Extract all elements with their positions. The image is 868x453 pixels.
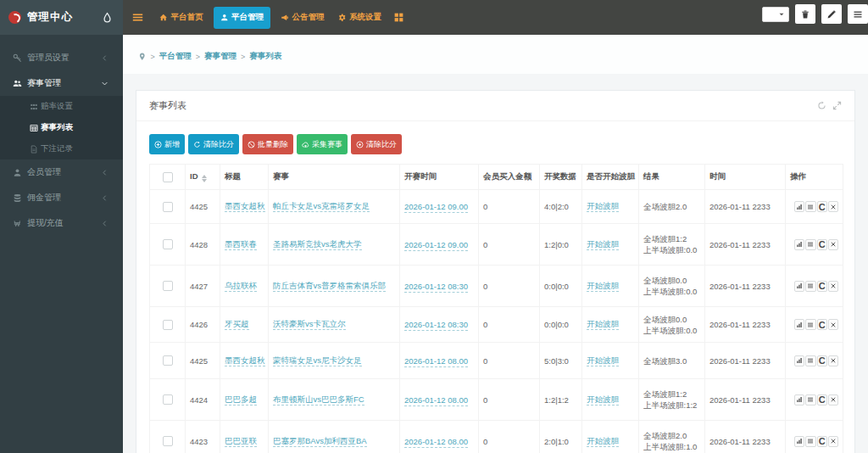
cell-start-time-link[interactable]: 2026-01-12 08.00 xyxy=(404,395,468,406)
submenu-item-1[interactable]: 赛事列表 xyxy=(0,117,123,138)
row-checkbox[interactable] xyxy=(163,394,173,405)
sidebar-item-2[interactable]: 会员管理 xyxy=(0,159,123,185)
row-checkbox[interactable] xyxy=(163,281,173,291)
sidebar-item-4[interactable]: 提现/充值 xyxy=(0,210,123,236)
select-all-checkbox[interactable] xyxy=(163,172,173,182)
cell-id: 4425 xyxy=(186,190,220,224)
chart-button[interactable] xyxy=(794,239,804,250)
cell-match-link[interactable]: 防丘吉体育vs普罗格雷索俱乐部 xyxy=(273,281,386,292)
reload-button[interactable]: C xyxy=(817,394,827,405)
sidebar-item-0[interactable]: 管理员设置 xyxy=(0,45,123,70)
nav-item-0[interactable]: 平台首页 xyxy=(153,0,210,35)
cell-match-link[interactable]: 蒙特瑞女足vs尼卡沙女足 xyxy=(273,355,362,366)
expand-icon[interactable] xyxy=(832,101,842,110)
toolbar-button-1[interactable]: 清除比分 xyxy=(188,134,239,154)
refresh-icon[interactable] xyxy=(817,101,826,110)
row-checkbox[interactable] xyxy=(163,320,173,330)
row-checkbox[interactable] xyxy=(163,202,173,212)
cell-action-link[interactable]: 开始波胆 xyxy=(587,355,619,366)
cell-match-link[interactable]: 巴塞罗那BAvs加利西亚BA xyxy=(273,436,367,447)
trash-button[interactable] xyxy=(795,4,815,24)
cell-match-link[interactable]: 沃特豪斯vs卡瓦立尔 xyxy=(273,319,346,330)
cell-score: 4:0|2:0 xyxy=(540,190,582,224)
cell-title-link[interactable]: 巴巴多超 xyxy=(225,394,257,405)
cell-title-link[interactable]: 墨西女超秋 xyxy=(225,355,265,366)
nav-item-3[interactable]: 系统设置 xyxy=(331,0,389,35)
cell-start-time-link[interactable]: 2026-01-12 08:30 xyxy=(404,320,468,331)
chart-button[interactable] xyxy=(794,394,804,405)
cell-result: 全场波胆2.0上半场波胆:1.0 xyxy=(639,421,705,453)
cell-start-time-link[interactable]: 2026-01-12 08.00 xyxy=(404,356,468,367)
cell-title-link[interactable]: 乌拉联杯 xyxy=(225,281,257,292)
detail-button[interactable] xyxy=(805,281,815,292)
menu-button[interactable] xyxy=(848,4,868,24)
detail-button[interactable] xyxy=(805,239,815,250)
chart-button[interactable] xyxy=(794,436,804,447)
row-checkbox[interactable] xyxy=(163,239,173,249)
cell-action-link[interactable]: 开始波胆 xyxy=(587,239,619,250)
nav-item-1[interactable]: 平台管理 xyxy=(214,7,271,29)
cell-start-time-link[interactable]: 2026-01-12 08.00 xyxy=(404,437,468,448)
detail-button[interactable] xyxy=(805,201,815,212)
submenu-item-0[interactable]: 赔率设置 xyxy=(0,96,123,117)
submenu-item-2[interactable]: 下注记录 xyxy=(0,138,123,159)
breadcrumb-link-2[interactable]: 赛事列表 xyxy=(249,51,281,62)
cell-action-link[interactable]: 开始波胆 xyxy=(587,281,619,292)
chart-button[interactable] xyxy=(794,319,804,330)
delete-button[interactable] xyxy=(828,281,838,292)
row-checkbox[interactable] xyxy=(163,355,173,366)
detail-button[interactable] xyxy=(805,436,815,447)
toolbar-button-4[interactable]: 清除比分 xyxy=(351,134,402,154)
close-icon xyxy=(830,396,837,403)
delete-button[interactable] xyxy=(828,436,838,447)
cell-start-time-link[interactable]: 2026-01-12 09.00 xyxy=(404,240,468,251)
chart-button[interactable] xyxy=(794,355,804,366)
sidebar-item-1[interactable]: 赛事管理 xyxy=(0,70,123,96)
delete-button[interactable] xyxy=(828,319,838,330)
reload-button[interactable]: C xyxy=(817,201,827,212)
sidebar-toggle-icon[interactable] xyxy=(123,0,153,35)
toolbar-button-2[interactable]: 批量删除 xyxy=(242,134,293,154)
detail-button[interactable] xyxy=(805,355,815,366)
cell-action-link[interactable]: 开始波胆 xyxy=(587,394,619,405)
cell-action-link[interactable]: 开始波胆 xyxy=(587,436,619,447)
breadcrumb-link-0[interactable]: 平台管理 xyxy=(159,51,192,62)
cell-title-link[interactable]: 墨西联春 xyxy=(225,239,257,250)
cell-match-link[interactable]: 帕丘卡女足vs克雷塔罗女足 xyxy=(273,201,370,212)
close-icon xyxy=(830,322,837,328)
cell-action-link[interactable]: 开始波胆 xyxy=(587,319,619,330)
toolbar-button-3[interactable]: 采集赛事 xyxy=(297,134,348,154)
delete-button[interactable] xyxy=(828,394,838,405)
delete-button[interactable] xyxy=(828,201,838,212)
cell-start-time-link[interactable]: 2026-01-12 08:30 xyxy=(404,282,468,293)
cell-title-link[interactable]: 巴巴亚联 xyxy=(225,436,257,447)
nav-item-2[interactable]: 公告管理 xyxy=(274,0,331,35)
edit-button[interactable] xyxy=(821,4,842,24)
chart-button[interactable] xyxy=(794,281,804,292)
cell-start-time-link[interactable]: 2026-01-12 09.00 xyxy=(404,202,468,213)
language-select[interactable] xyxy=(762,7,789,22)
delete-button[interactable] xyxy=(828,239,838,250)
apps-grid-icon[interactable] xyxy=(388,12,409,23)
cell-match-link[interactable]: 圣路易斯竞技vs老虎大学 xyxy=(273,239,362,250)
cell-id: 4428 xyxy=(186,224,220,266)
row-checkbox[interactable] xyxy=(163,436,173,446)
reload-button[interactable]: C xyxy=(817,355,827,366)
reload-button[interactable]: C xyxy=(817,239,827,250)
reload-button[interactable]: C xyxy=(817,281,827,292)
header-id[interactable]: ID xyxy=(186,165,220,190)
delete-button[interactable] xyxy=(828,355,838,366)
cell-title-link[interactable]: 牙买超 xyxy=(225,319,249,330)
cell-match-link[interactable]: 布里顿斯山vs巴巴多斯FC xyxy=(273,394,364,405)
reload-button[interactable]: C xyxy=(817,319,827,330)
reload-button[interactable]: C xyxy=(817,436,827,447)
sidebar-item-3[interactable]: 佣金管理 xyxy=(0,185,123,210)
cell-score: 1:2|1:2 xyxy=(540,379,582,421)
detail-button[interactable] xyxy=(805,319,815,330)
toolbar-button-0[interactable]: 新增 xyxy=(149,134,185,154)
detail-button[interactable] xyxy=(805,394,815,405)
breadcrumb-link-1[interactable]: 赛事管理 xyxy=(204,51,236,62)
chart-button[interactable] xyxy=(794,201,804,212)
cell-action-link[interactable]: 开始波胆 xyxy=(587,201,619,212)
cell-title-link[interactable]: 墨西女超秋 xyxy=(225,201,265,212)
